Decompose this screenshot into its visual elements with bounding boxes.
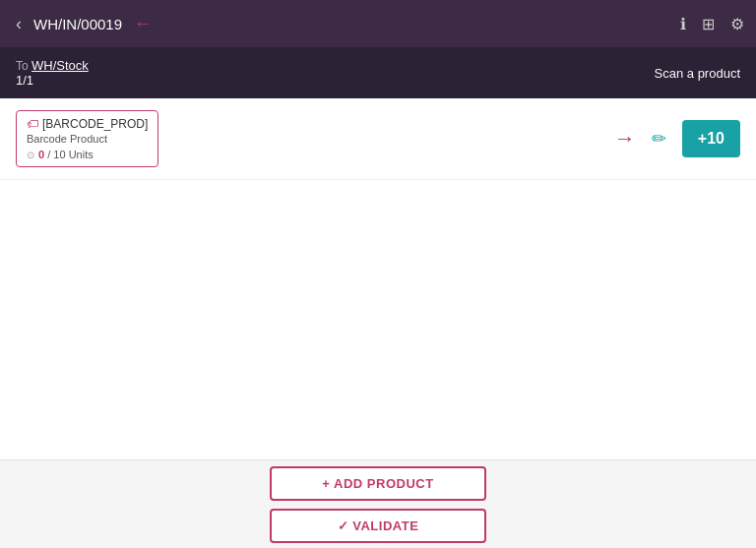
row-actions: → ✏ +10	[170, 120, 740, 157]
location-link[interactable]: WH/Stock	[32, 58, 89, 73]
info-icon[interactable]: ℹ	[680, 15, 686, 33]
sub-header: To WH/Stock 1/1 Scan a product	[0, 47, 756, 98]
product-quantity: 0 / 10 Units	[38, 149, 94, 160]
qty-unit: Units	[69, 149, 94, 160]
record-count: 1/1	[16, 73, 89, 88]
receipt-title: WH/IN/00019	[33, 16, 122, 32]
edit-button[interactable]: ✏	[648, 124, 670, 153]
scan-product-label: Scan a product	[655, 66, 740, 81]
gear-icon[interactable]: ⚙	[730, 15, 744, 33]
product-description: Barcode Product	[27, 133, 148, 145]
add-product-button[interactable]: + ADD PRODUCT	[270, 466, 486, 501]
validate-button[interactable]: ✓ VALIDATE	[270, 509, 486, 543]
back-button[interactable]: ‹	[12, 11, 26, 36]
product-code: [BARCODE_PROD]	[42, 117, 148, 131]
qty-icon: ⊙	[27, 150, 34, 160]
to-label: To WH/Stock	[16, 58, 89, 73]
arrow-indicator-header: ←	[134, 14, 152, 34]
qty-total: 10	[53, 149, 65, 160]
qty-done: 0	[38, 149, 44, 160]
app-header: ‹ WH/IN/00019 ← ℹ ⊞ ⚙	[0, 0, 756, 47]
header-icons: ℹ ⊞ ⚙	[680, 15, 744, 33]
plus-button[interactable]: +10	[682, 120, 740, 157]
header-left: ‹ WH/IN/00019 ←	[12, 11, 152, 36]
product-qty-row: ⊙ 0 / 10 Units	[27, 149, 148, 160]
product-row: 🏷 [BARCODE_PROD] Barcode Product ⊙ 0 / 1…	[0, 98, 756, 180]
product-name-row: 🏷 [BARCODE_PROD]	[27, 117, 148, 131]
row-arrow-icon: →	[614, 126, 636, 152]
empty-space	[0, 180, 756, 456]
product-info-box: 🏷 [BARCODE_PROD] Barcode Product ⊙ 0 / 1…	[16, 110, 158, 167]
grid-icon[interactable]: ⊞	[702, 15, 715, 33]
bottom-area: + ADD PRODUCT ✓ VALIDATE	[0, 459, 756, 548]
sub-header-left: To WH/Stock 1/1	[16, 58, 89, 88]
barcode-icon: 🏷	[27, 117, 38, 131]
main-content: 🏷 [BARCODE_PROD] Barcode Product ⊙ 0 / 1…	[0, 98, 756, 459]
